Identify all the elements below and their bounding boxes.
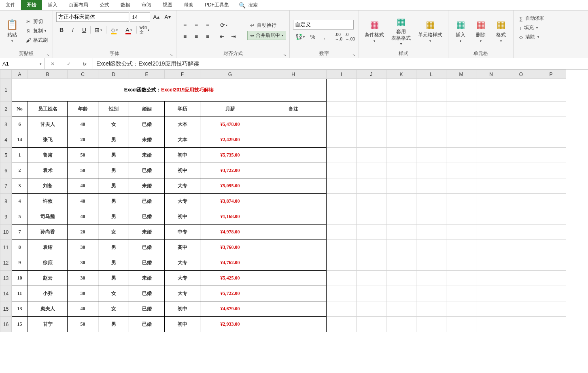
bold-button[interactable]: B [56,25,67,35]
cell[interactable] [416,102,446,117]
remark-cell[interactable] [260,209,327,225]
cell[interactable] [416,301,446,317]
cell[interactable] [506,286,536,301]
salary-cell[interactable]: ¥1,168.00 [200,209,260,225]
table-cell[interactable]: 50 [68,317,98,332]
table-cell[interactable]: 7 [12,225,28,240]
remark-cell[interactable] [260,317,327,332]
cell[interactable] [416,163,446,178]
cell[interactable] [536,209,566,225]
orientation-button[interactable]: ⟳▾ [217,20,231,30]
cell[interactable] [386,148,416,163]
table-cell[interactable]: 大专 [165,286,200,301]
cell[interactable] [386,286,416,301]
table-cell[interactable]: 已婚 [129,117,165,132]
formula-content[interactable]: Excel函数公式：Excel2019应用技巧解读 [93,58,588,69]
cell[interactable] [327,286,357,301]
search-box[interactable]: 🔍 搜索 [235,0,262,10]
salary-cell[interactable]: ¥2,429.00 [200,132,260,148]
table-cell[interactable]: 未婚 [129,132,165,148]
col-header-F[interactable]: F [165,70,200,79]
delete-cells-button[interactable]: ▦删除▾ [472,17,490,44]
table-cell[interactable]: 袁术 [28,163,68,178]
cell[interactable] [416,317,446,332]
copy-button[interactable]: ⎘复制▾ [23,27,49,35]
cell[interactable] [416,240,446,255]
cell[interactable] [327,132,357,148]
table-header[interactable]: 婚姻 [129,102,165,117]
menu-页面布局[interactable]: 页面布局 [63,0,94,10]
table-cell[interactable]: 男 [98,255,129,271]
table-cell[interactable]: 男 [98,271,129,286]
cell[interactable] [446,178,476,194]
col-header-N[interactable]: N [476,70,506,79]
remark-cell[interactable] [260,148,327,163]
table-cell[interactable]: 30 [68,255,98,271]
cell[interactable] [357,178,386,194]
table-cell[interactable]: 男 [98,317,129,332]
cell[interactable] [536,271,566,286]
table-cell[interactable]: 初中 [165,148,200,163]
table-cell[interactable]: 6 [12,117,28,132]
cell[interactable] [536,132,566,148]
table-cell[interactable]: 小乔 [28,286,68,301]
table-cell[interactable]: 已婚 [129,240,165,255]
cell[interactable] [416,132,446,148]
table-cell[interactable]: 已婚 [129,209,165,225]
col-header-E[interactable]: E [129,70,165,79]
row-header[interactable]: 5 [0,148,12,163]
salary-cell[interactable]: ¥4,978.00 [200,225,260,240]
table-cell[interactable]: 孙尚香 [28,225,68,240]
remark-cell[interactable] [260,271,327,286]
cell[interactable] [416,286,446,301]
table-cell[interactable]: 许攸 [28,194,68,209]
table-cell[interactable]: 徐庶 [28,255,68,271]
comma-button[interactable]: , [319,32,329,42]
table-header[interactable]: 员工姓名 [28,102,68,117]
format-painter-button[interactable]: 🖌格式刷 [23,36,49,44]
table-header[interactable]: 学历 [165,102,200,117]
cell[interactable] [327,209,357,225]
cell[interactable] [506,225,536,240]
salary-cell[interactable]: ¥4,679.00 [200,301,260,317]
menu-视图[interactable]: 视图 [157,0,178,10]
cell[interactable] [476,102,506,117]
cell[interactable] [386,163,416,178]
table-cell[interactable]: 刘备 [28,178,68,194]
table-cell[interactable]: 鲁肃 [28,148,68,163]
accounting-format-button[interactable]: 💱▾ [293,32,307,42]
align-middle-button[interactable]: ≡ [191,20,202,30]
cell[interactable] [416,225,446,240]
fill-color-button[interactable]: ◇▾ [107,25,121,35]
cell-reference-input[interactable] [2,61,35,67]
table-cell[interactable]: 女 [98,286,129,301]
cell[interactable] [446,102,476,117]
remark-cell[interactable] [260,225,327,240]
salary-cell[interactable]: ¥5,722.00 [200,286,260,301]
table-cell[interactable]: 8 [12,240,28,255]
table-cell[interactable]: 5 [12,209,28,225]
cell[interactable] [327,178,357,194]
cell[interactable] [536,255,566,271]
cell[interactable] [476,286,506,301]
border-button[interactable]: ⊞▾ [91,25,105,35]
cell[interactable] [536,301,566,317]
table-cell[interactable]: 大本 [165,117,200,132]
cell[interactable] [536,178,566,194]
cell[interactable] [327,317,357,332]
insert-cells-button[interactable]: ▦插入▾ [452,17,469,44]
cell[interactable] [386,209,416,225]
cell[interactable] [446,79,476,102]
table-cell[interactable]: 40 [68,301,98,317]
cell[interactable] [327,79,357,102]
remark-cell[interactable] [260,194,327,209]
worksheet-grid[interactable]: ABCDEFGHIJKLMNOP 1Excel函数公式：Excel2019应用技… [0,70,588,373]
row-header[interactable]: 3 [0,117,12,132]
row-header[interactable]: 10 [0,225,12,240]
align-top-button[interactable]: ≡ [180,20,190,30]
cell[interactable] [327,194,357,209]
row-header[interactable]: 2 [0,102,12,117]
table-cell[interactable]: 未婚 [129,271,165,286]
row-header[interactable]: 16 [0,317,12,332]
cell[interactable] [446,209,476,225]
